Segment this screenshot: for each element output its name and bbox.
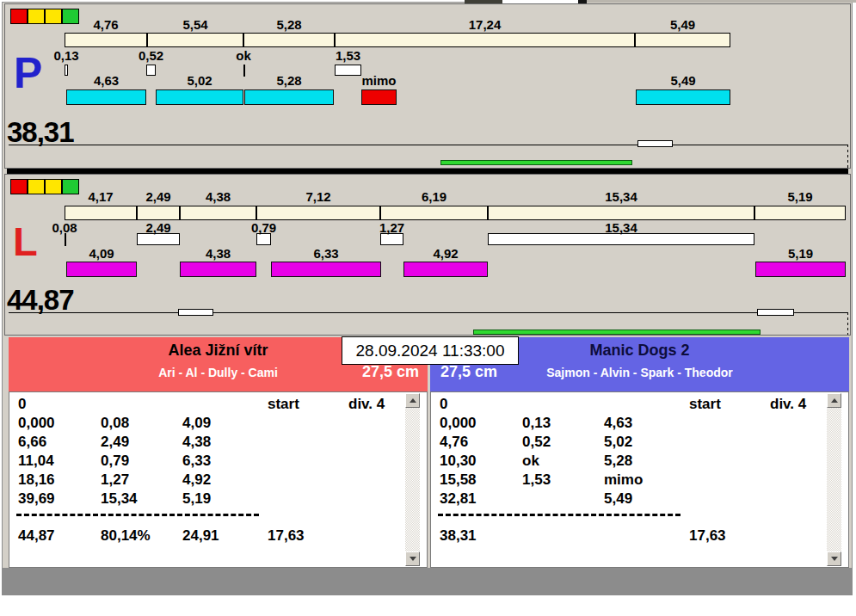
dog-run-bar (361, 89, 397, 105)
split-time-label: 4,38 (206, 190, 231, 205)
dog-time-label: 5,19 (788, 247, 813, 262)
triangle-up-icon (831, 398, 838, 403)
total-cell: 17,63 (689, 527, 726, 545)
progress-bar (473, 330, 761, 335)
split-segment (65, 33, 147, 47)
total-cell: 38,31 (440, 527, 477, 545)
triangle-up-icon (410, 398, 416, 403)
split-segment (147, 33, 243, 47)
progress-bar (440, 160, 632, 165)
lane-letter-l: L (13, 221, 38, 262)
table-cell: 0,000 (440, 415, 477, 432)
scroll-up-button[interactable] (827, 393, 841, 408)
table-cell: 5,19 (182, 490, 211, 508)
table-cell: 0,000 (18, 415, 55, 432)
table-cell: 6,66 (18, 434, 46, 451)
table-cell: 0,79 (101, 453, 129, 470)
change-time-label: 0,79 (251, 221, 276, 236)
total-cell: 44,87 (18, 527, 55, 545)
split-segment (754, 206, 846, 220)
baseline-marker (178, 309, 213, 316)
dog-run-bar (403, 262, 488, 277)
change-time-label: ok (236, 49, 251, 64)
dog-run-bar (66, 89, 146, 105)
baseline (9, 312, 847, 313)
split-time-label: 7,12 (305, 190, 330, 205)
dog-run-bar (271, 262, 381, 277)
dog-run-bar (755, 262, 846, 277)
split-segment (180, 206, 256, 220)
dog-run-bar (636, 89, 730, 105)
split-time-label: 15,34 (605, 190, 637, 205)
table-cell: 0,13 (522, 415, 551, 432)
split-segment (65, 206, 137, 220)
dog-time-label: 4,92 (433, 247, 458, 262)
table-cell: 5,49 (604, 490, 632, 508)
split-time-label: 4,76 (93, 18, 118, 33)
dog-time-label: 5,49 (670, 74, 695, 89)
scroll-up-button[interactable] (405, 393, 420, 408)
dog-time-label: 5,02 (187, 74, 212, 89)
scrollbar[interactable] (827, 393, 841, 566)
table-cell: div. 4 (770, 396, 806, 413)
table-cell: 1,53 (522, 471, 551, 489)
triangle-down-icon (831, 557, 838, 561)
change-time-label: 1,53 (336, 49, 360, 64)
change-box (335, 65, 361, 76)
timing-application: P L 38,31 44,87 Alea Jižní vítr Ari - Al… (0, 0, 856, 616)
change-time-label: 2,49 (145, 221, 170, 236)
scrollbar[interactable] (405, 393, 420, 566)
table-cell: 10,30 (440, 453, 477, 470)
table-cell: start (689, 396, 721, 413)
results-table-left: 0startdiv. 40,0000,084,096,662,494,3811,… (9, 391, 428, 568)
status-light (28, 9, 45, 24)
split-time-label: 4,17 (88, 190, 113, 205)
table-cell: 15,58 (440, 471, 477, 489)
change-time-label: 15,34 (605, 221, 637, 236)
lane-separator (7, 169, 848, 174)
triangle-down-icon (410, 557, 416, 561)
split-segment (243, 33, 335, 47)
jump-height-label: 27,5 cm (440, 363, 497, 381)
status-light (62, 9, 79, 24)
split-time-label: 5,28 (276, 18, 301, 33)
table-cell: 0,52 (522, 434, 551, 451)
split-time-label: 5,49 (670, 18, 695, 33)
split-segment (335, 33, 635, 47)
scroll-down-button[interactable] (405, 551, 420, 566)
split-segment (488, 206, 754, 220)
scrollbar-track[interactable] (827, 393, 841, 566)
dog-time-label: mimo (361, 74, 396, 89)
table-cell: 5,28 (604, 453, 632, 470)
table-cell: start (268, 396, 299, 413)
baseline-marker (637, 140, 673, 147)
baseline (9, 145, 847, 145)
totals-separator (16, 514, 259, 516)
status-light (10, 179, 28, 194)
table-cell: ok (522, 453, 539, 470)
bottom-strip (2, 568, 853, 595)
dog-time-label: 4,38 (206, 247, 231, 262)
table-cell: 1,27 (101, 471, 129, 489)
jump-height-label: 27,5 cm (362, 363, 419, 381)
baseline-marker (757, 309, 794, 316)
table-cell: 5,02 (604, 434, 632, 451)
table-cell: 4,92 (182, 471, 211, 489)
lane-total-l: 44,87 (7, 286, 74, 314)
split-segment (256, 206, 380, 220)
change-time-label: 0,52 (139, 49, 163, 64)
scroll-down-button[interactable] (827, 551, 841, 566)
split-time-label: 6,19 (422, 190, 446, 205)
table-cell: 6,33 (182, 453, 211, 470)
table-cell: 0,08 (101, 415, 129, 432)
split-segment (380, 206, 488, 220)
baseline-end-dash (847, 312, 848, 335)
split-segment (635, 33, 730, 47)
table-cell: 39,69 (18, 490, 55, 508)
table-cell: 2,49 (101, 434, 129, 451)
lane-total-p: 38,31 (7, 118, 74, 146)
table-cell: 0 (440, 396, 447, 413)
dog-run-bar (66, 262, 137, 277)
scrollbar-track[interactable] (405, 393, 420, 566)
status-light (45, 9, 62, 24)
